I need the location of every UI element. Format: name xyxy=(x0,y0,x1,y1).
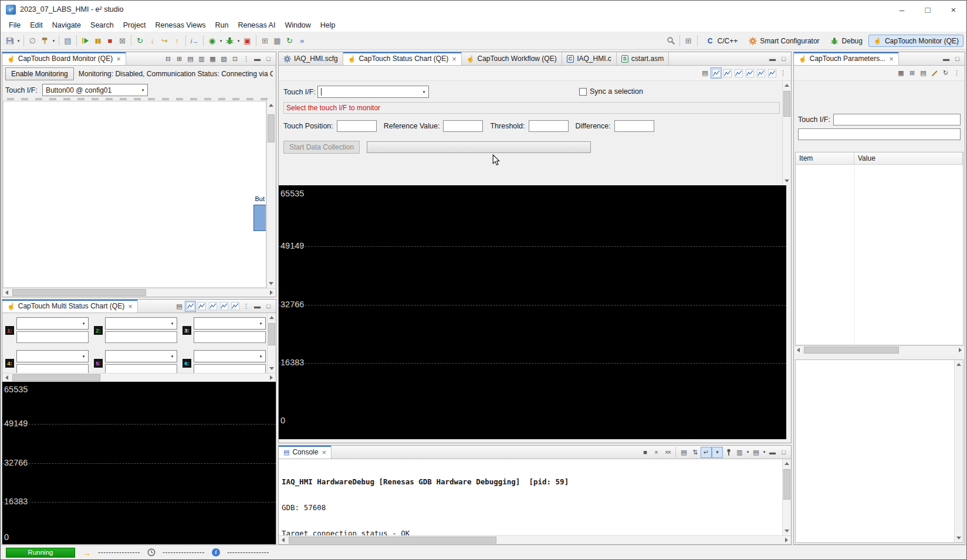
menu-file[interactable]: File xyxy=(4,19,25,31)
close-icon[interactable]: × xyxy=(452,55,457,63)
series-select[interactable]: ▾ xyxy=(194,350,266,362)
scrollbar-thumb[interactable] xyxy=(804,347,899,354)
series-select[interactable]: ▾ xyxy=(16,350,89,362)
series-select[interactable]: ▾ xyxy=(194,317,266,330)
scroll-up-icon[interactable] xyxy=(785,84,789,87)
menu-navigate[interactable]: Navigate xyxy=(48,19,86,31)
scrollbar-thumb[interactable] xyxy=(268,114,275,142)
terminate-icon[interactable]: ■ xyxy=(640,447,651,458)
start-data-collection-button[interactable]: Start Data Collection xyxy=(283,141,360,154)
sync-selection-checkbox[interactable] xyxy=(579,88,587,96)
series-select[interactable]: ▾ xyxy=(16,317,89,330)
parameters-touch-if-field[interactable] xyxy=(833,114,961,125)
build-icon[interactable] xyxy=(39,35,51,47)
board-tool-icon[interactable]: ⊟ xyxy=(163,53,174,65)
run-menu-caret-icon[interactable]: ▾ xyxy=(218,35,224,47)
series-value-field[interactable] xyxy=(16,364,89,373)
view-menu-icon[interactable]: ⋮ xyxy=(241,53,252,65)
tab-cstart-asm[interactable]: S cstart.asm xyxy=(617,52,669,65)
console-vscrollbar[interactable] xyxy=(782,459,791,535)
open-console-icon[interactable]: ▤ xyxy=(750,447,762,458)
series-grid-vscrollbar[interactable] xyxy=(267,313,276,373)
maximize-view-icon[interactable]: □ xyxy=(263,301,274,312)
series-grid-hscrollbar[interactable] xyxy=(2,373,276,382)
chart-mode-icon[interactable] xyxy=(755,67,766,79)
scroll-up-icon[interactable] xyxy=(269,104,273,107)
menu-renesas-views[interactable]: Renesas Views xyxy=(151,19,211,31)
touch-if-select[interactable]: ▾ xyxy=(317,86,429,98)
close-icon[interactable]: × xyxy=(116,55,121,63)
tab-captouch-parameters[interactable]: ☝ CapTouch Parameters... × xyxy=(794,52,899,65)
scroll-right-icon[interactable] xyxy=(785,538,788,542)
tab-captouch-status-chart[interactable]: ☝ CapTouch Status Chart (QE) × xyxy=(343,52,462,65)
tab-iaq-hmi-scfg[interactable]: IAQ_HMI.scfg xyxy=(279,52,343,65)
scroll-left-icon[interactable] xyxy=(797,348,800,352)
tab-captouch-workflow[interactable]: ☝ CapTouch Workflow (QE) xyxy=(462,52,562,65)
word-wrap-icon[interactable]: ↵ xyxy=(701,447,712,458)
enable-monitoring-button[interactable]: Enable Monitoring xyxy=(5,67,74,80)
build-menu-caret-icon[interactable]: ▾ xyxy=(51,35,56,47)
scrollbar-thumb[interactable] xyxy=(12,374,100,381)
series-value-field[interactable] xyxy=(105,331,177,343)
scroll-left-icon[interactable] xyxy=(282,538,285,542)
maximize-view-icon[interactable]: □ xyxy=(778,447,789,458)
edit-parameters-icon[interactable] xyxy=(929,67,940,79)
threshold-field[interactable] xyxy=(529,120,569,132)
view-menu-icon[interactable]: ⋮ xyxy=(777,67,789,79)
form-vscrollbar[interactable] xyxy=(782,81,791,185)
perspective-debug[interactable]: Debug xyxy=(826,35,867,47)
memory-view-icon[interactable]: ⊞ xyxy=(259,35,271,47)
column-header-item[interactable]: Item xyxy=(796,152,854,164)
menu-search[interactable]: Search xyxy=(86,19,119,31)
remove-launch-icon[interactable]: × xyxy=(651,447,662,458)
menu-help[interactable]: Help xyxy=(316,19,340,31)
open-perspective-icon[interactable]: ⊞ xyxy=(682,35,695,47)
scrollbar-thumb[interactable] xyxy=(289,537,496,544)
scroll-left-icon[interactable] xyxy=(5,375,8,380)
run-icon[interactable]: ◉ xyxy=(206,35,218,47)
scroll-down-icon[interactable] xyxy=(785,179,789,182)
chart-mode-icon[interactable] xyxy=(218,301,229,312)
touch-if-select[interactable]: Button00 @ config01 ▾ xyxy=(42,84,148,96)
panel-tool-icon[interactable]: ▤ xyxy=(699,67,711,79)
open-console-view-icon[interactable]: ▤ xyxy=(62,35,74,47)
minimize-view-icon[interactable]: ▬ xyxy=(941,53,952,65)
pin-console-icon[interactable] xyxy=(723,447,734,458)
scroll-down-icon[interactable] xyxy=(269,367,274,370)
coverage-icon[interactable]: ▣ xyxy=(241,35,253,47)
tab-iaq-hmi-c[interactable]: C IAQ_HMI.c xyxy=(562,52,617,65)
close-window-button[interactable]: × xyxy=(941,1,966,18)
chart-mode-icon[interactable] xyxy=(185,301,196,312)
skip-all-breakpoints-icon[interactable]: ∅ xyxy=(26,35,39,47)
perspective-smart-configurator[interactable]: Smart Configurator xyxy=(743,35,824,47)
clear-console-icon[interactable]: ▤ xyxy=(678,447,689,458)
menu-window[interactable]: Window xyxy=(280,19,315,31)
panel-tool-icon[interactable]: ▤ xyxy=(174,301,185,312)
perspective-cpp[interactable]: C C/C++ xyxy=(701,35,743,47)
registers-view-icon[interactable]: ▦ xyxy=(271,35,283,47)
display-console-caret-icon[interactable]: ▾ xyxy=(745,446,750,459)
board-tool-icon[interactable]: ⊞ xyxy=(174,53,185,65)
board-tool-icon[interactable]: ⊡ xyxy=(229,53,241,65)
menu-renesas-ai[interactable]: Renesas AI xyxy=(233,19,280,31)
chart-mode-icon[interactable] xyxy=(722,67,733,79)
scroll-down-icon[interactable] xyxy=(956,537,961,539)
series-select[interactable]: ▾ xyxy=(105,317,177,330)
parameters-filter-field[interactable] xyxy=(798,128,961,140)
refresh-parameters-icon[interactable]: ↻ xyxy=(940,67,951,79)
resume-icon[interactable] xyxy=(79,35,92,47)
menu-edit[interactable]: Edit xyxy=(25,19,48,31)
scroll-down-icon[interactable] xyxy=(269,282,273,285)
show-on-stdout-icon[interactable]: ▼ xyxy=(712,447,723,458)
chart-mode-icon[interactable] xyxy=(196,301,207,312)
scroll-right-icon[interactable] xyxy=(270,375,273,380)
minimize-view-icon[interactable]: ▬ xyxy=(252,301,263,312)
chart-mode-icon[interactable] xyxy=(711,67,722,79)
debug-menu-caret-icon[interactable]: ▾ xyxy=(236,35,241,47)
search-icon[interactable] xyxy=(665,35,677,47)
board-tool-icon[interactable]: ▥ xyxy=(196,53,207,65)
reference-value-field[interactable] xyxy=(443,120,483,132)
minimize-view-icon[interactable]: ▬ xyxy=(767,447,778,458)
fast-view-icon[interactable]: » xyxy=(296,35,308,47)
tab-console[interactable]: ▤ Console × xyxy=(279,446,332,459)
